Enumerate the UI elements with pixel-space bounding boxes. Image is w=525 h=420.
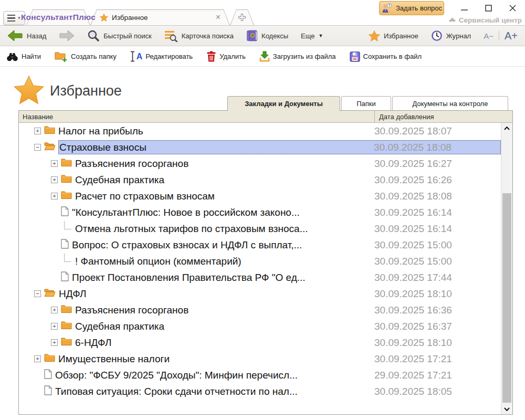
folder-icon xyxy=(61,304,72,316)
tree-row[interactable]: Типовая ситуация: Сроки сдачи отчетности… xyxy=(19,383,501,400)
favorites-button[interactable]: Избранное xyxy=(369,30,418,41)
folder-icon xyxy=(61,174,72,185)
font-decrease-button[interactable]: A− xyxy=(484,32,494,40)
tab-folders[interactable]: Папки xyxy=(341,96,391,110)
expander-icon[interactable]: − xyxy=(34,144,41,151)
app-window: ? Задать вопрос Сервисный центр ▼ Консул… xyxy=(0,0,525,420)
row-highlight: Судебная практика 30.09.2025 16:37 xyxy=(75,319,501,334)
scrollbar-thumb[interactable] xyxy=(502,193,511,403)
forward-arrow-icon xyxy=(59,30,75,41)
vertical-scrollbar[interactable] xyxy=(501,123,512,414)
row-highlight: НДФЛ 30.09.2025 18:10 xyxy=(58,286,501,301)
column-header-date[interactable]: Дата добавления xyxy=(374,111,512,122)
scroll-up-icon xyxy=(504,127,510,130)
tree-row[interactable]: − НДФЛ 30.09.2025 18:10 xyxy=(19,286,501,302)
row-highlight: Типовая ситуация: Сроки сдачи отчетности… xyxy=(55,384,501,399)
load-from-file-button[interactable]: Загрузить из файла xyxy=(259,51,336,62)
edit-button[interactable]: A Редактировать xyxy=(130,51,193,62)
create-folder-button[interactable]: Создать папку xyxy=(55,51,117,62)
tree-row[interactable]: + Имущественные налоги 30.09.2025 17:21 xyxy=(19,351,501,367)
tree-row[interactable]: Отмена льготных тарифов по страховым взн… xyxy=(19,220,501,237)
expander-icon[interactable]: + xyxy=(51,339,58,346)
codes-button[interactable]: Кодексы xyxy=(246,30,288,41)
scroll-down-button[interactable] xyxy=(501,404,512,414)
row-date: 29.09.2025 17:21 xyxy=(374,370,501,381)
tree-row[interactable]: + Разъяснения госорганов 30.09.2025 16:2… xyxy=(19,155,501,172)
row-date: 30.09.2025 17:21 xyxy=(374,353,501,365)
row-label: Расчет по страховым взносам xyxy=(75,191,374,202)
journal-button[interactable]: Журнал xyxy=(431,30,471,41)
expander-icon[interactable]: + xyxy=(51,193,58,200)
folder-icon xyxy=(61,158,72,169)
save-to-file-button[interactable]: Сохранить в файл xyxy=(350,51,422,62)
maximize-button[interactable] xyxy=(483,3,494,13)
bookmark-branch-icon xyxy=(64,221,71,229)
tree-row[interactable]: + Налог на прибыль 30.09.2025 18:07 xyxy=(19,123,501,139)
expander-icon[interactable]: + xyxy=(34,355,41,362)
row-highlight: ! Фантомный опцион (комментарий) 30.09.2… xyxy=(75,254,501,269)
forward-button[interactable] xyxy=(59,30,75,41)
tree-row[interactable]: + Судебная практика 30.09.2025 16:37 xyxy=(19,318,501,334)
row-label: Налог на прибыль xyxy=(58,125,374,137)
card-search-button[interactable]: Карточка поиска xyxy=(164,30,234,42)
tree-row[interactable]: + 6-НДФЛ 30.09.2025 18:10 xyxy=(19,334,501,351)
tree-row[interactable]: Проект Постановления Правительства РФ "О… xyxy=(19,269,501,286)
download-icon xyxy=(259,51,270,62)
find-button[interactable]: Найти xyxy=(6,52,41,61)
minimize-button[interactable] xyxy=(459,3,469,13)
delete-button[interactable]: Удалить xyxy=(206,51,246,62)
new-tab-button[interactable] xyxy=(230,9,254,25)
expander-icon[interactable]: + xyxy=(51,323,58,330)
tab-documents-on-control[interactable]: Документы на контроле xyxy=(392,96,508,110)
tree-row[interactable]: Вопрос: О страховых взносах и НДФЛ с вып… xyxy=(19,237,501,253)
row-label: Проект Постановления Правительства РФ "О… xyxy=(72,272,374,284)
document-icon xyxy=(61,239,69,251)
row-label: Вопрос: О страховых взносах и НДФЛ с вып… xyxy=(72,239,374,251)
tree-row[interactable]: "КонсультантПлюс: Новое в российском зак… xyxy=(19,204,501,220)
tab-bookmarks-and-documents[interactable]: Закладки и Документы xyxy=(227,96,340,111)
expander-icon[interactable]: + xyxy=(34,128,41,134)
row-label: Судебная практика xyxy=(75,174,374,186)
font-increase-button[interactable]: A+ xyxy=(505,30,518,42)
quick-search-button[interactable]: Быстрый поиск xyxy=(87,29,152,42)
expander-icon[interactable]: + xyxy=(51,307,58,313)
row-date: 30.09.2025 18:07 xyxy=(374,125,501,137)
folder-icon xyxy=(61,337,72,348)
row-label: 6-НДФЛ xyxy=(75,337,374,349)
ask-question-button[interactable]: ? Задать вопрос xyxy=(379,1,444,15)
row-label: "КонсультантПлюс: Новое в российском зак… xyxy=(72,207,374,218)
document-tab-favorites[interactable]: Избранное × xyxy=(90,9,230,25)
tree-row[interactable]: − Страховые взносы 30.09.2025 18:08 xyxy=(19,139,501,155)
more-button[interactable]: Еще ▼ xyxy=(301,32,323,40)
row-label: Типовая ситуация: Сроки сдачи отчетности… xyxy=(55,386,374,397)
actions-toolbar: Найти Создать папку A Редактировать Удал… xyxy=(0,47,525,67)
tree-row[interactable]: + Судебная практика 30.09.2025 16:26 xyxy=(19,172,501,188)
row-highlight: Имущественные налоги 30.09.2025 17:21 xyxy=(58,351,501,366)
tree-row[interactable]: + Разъяснения госорганов 30.09.2025 16:3… xyxy=(19,302,501,318)
row-label: Обзор: "ФСБУ 9/2025 "Доходы": Минфин пер… xyxy=(55,370,374,381)
expander-icon[interactable]: − xyxy=(34,290,41,297)
back-button[interactable]: Назад xyxy=(7,30,46,41)
logo-tab[interactable]: КонсультантПлюс xyxy=(26,9,90,25)
tab-close-icon[interactable]: × xyxy=(216,13,220,22)
tree-row[interactable]: ! Фантомный опцион (комментарий) 30.09.2… xyxy=(19,253,501,269)
scrollbar-track[interactable] xyxy=(501,133,512,404)
tree-row[interactable]: + Расчет по страховым взносам 30.09.2025… xyxy=(19,188,501,204)
person-question-icon: ? xyxy=(381,3,393,13)
row-date: 30.09.2025 18:10 xyxy=(374,337,501,349)
expander-icon[interactable]: + xyxy=(51,160,58,167)
row-label: Разъяснения госорганов xyxy=(75,304,374,316)
tree-row[interactable]: Обзор: "ФСБУ 9/2025 "Доходы": Минфин пер… xyxy=(19,367,501,383)
new-tab-icon xyxy=(238,13,246,22)
document-icon xyxy=(44,369,52,381)
page-title: Избранное xyxy=(50,83,122,99)
row-label: Разъяснения госорганов xyxy=(75,158,374,170)
row-highlight: Вопрос: О страховых взносах и НДФЛ с вып… xyxy=(71,237,501,253)
expander-icon[interactable]: + xyxy=(51,176,58,183)
close-button[interactable] xyxy=(507,3,518,13)
row-label: Судебная практика xyxy=(75,321,374,332)
scroll-up-button[interactable] xyxy=(501,123,512,133)
maximize-icon xyxy=(485,5,492,12)
column-header-name[interactable]: Название xyxy=(19,113,374,121)
service-center[interactable]: Сервисный центр xyxy=(448,16,522,24)
